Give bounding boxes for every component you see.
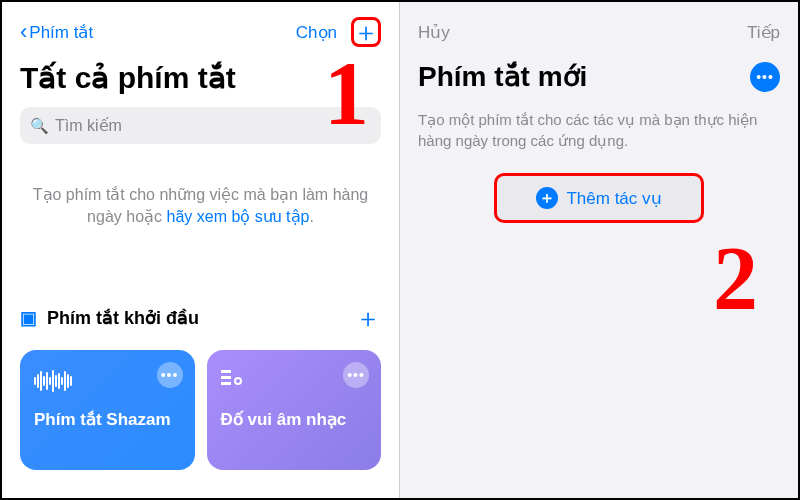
chevron-left-icon: ‹ bbox=[20, 19, 27, 45]
back-button[interactable]: ‹ Phím tắt bbox=[20, 19, 93, 45]
back-label: Phím tắt bbox=[29, 22, 93, 43]
search-icon: 🔍 bbox=[30, 117, 49, 135]
collection-title: Phím tắt khởi đầu bbox=[47, 307, 199, 329]
gallery-link[interactable]: hãy xem bộ sưu tập bbox=[166, 208, 309, 225]
next-button[interactable]: Tiếp bbox=[747, 22, 780, 43]
shortcut-cards: ••• Phím tắt Shazam ••• Đố vui âm nhạc bbox=[20, 350, 381, 470]
hint-suffix: . bbox=[309, 208, 313, 225]
nav-bar: Hủy Tiếp bbox=[418, 12, 780, 52]
more-options-button[interactable]: ••• bbox=[750, 62, 780, 92]
annotation-step-2: 2 bbox=[713, 227, 758, 330]
shortcut-card-shazam[interactable]: ••• Phím tắt Shazam bbox=[20, 350, 195, 470]
card-label: Phím tắt Shazam bbox=[34, 410, 181, 430]
plus-circle-icon: ＋ bbox=[536, 187, 558, 209]
new-shortcut-screen: Hủy Tiếp Phím tắt mới ••• Tạo một phím t… bbox=[400, 2, 798, 498]
collection-title-group[interactable]: ▣ Phím tắt khởi đầu bbox=[20, 307, 199, 329]
add-action-button[interactable]: ＋ Thêm tác vụ bbox=[494, 173, 704, 223]
select-button[interactable]: Chọn bbox=[296, 22, 337, 43]
collection-add-button[interactable]: ＋ bbox=[355, 301, 381, 336]
search-placeholder: Tìm kiếm bbox=[55, 116, 122, 135]
shortcuts-list-screen: ‹ Phím tắt Chọn ＋ Tất cả phím tắt 🔍 Tìm … bbox=[2, 2, 400, 498]
search-input[interactable]: 🔍 Tìm kiếm bbox=[20, 107, 381, 144]
nav-bar: ‹ Phím tắt Chọn ＋ bbox=[20, 12, 381, 52]
page-title: Phím tắt mới bbox=[418, 60, 587, 93]
cancel-button[interactable]: Hủy bbox=[418, 22, 450, 43]
folder-icon: ▣ bbox=[20, 307, 37, 329]
plus-icon: ＋ bbox=[353, 15, 379, 50]
description-text: Tạo một phím tắt cho các tác vụ mà bạn t… bbox=[418, 109, 780, 151]
card-more-button[interactable]: ••• bbox=[343, 362, 369, 388]
page-title: Tất cả phím tắt bbox=[20, 60, 381, 95]
add-action-label: Thêm tác vụ bbox=[566, 188, 661, 209]
title-row: Phím tắt mới ••• bbox=[418, 60, 780, 93]
add-shortcut-button[interactable]: ＋ bbox=[351, 17, 381, 47]
ellipsis-icon: ••• bbox=[756, 69, 774, 85]
card-label: Đố vui âm nhạc bbox=[221, 410, 368, 430]
shortcut-card-music-quiz[interactable]: ••• Đố vui âm nhạc bbox=[207, 350, 382, 470]
nav-actions: Chọn ＋ bbox=[296, 17, 381, 47]
card-more-button[interactable]: ••• bbox=[157, 362, 183, 388]
empty-hint: Tạo phím tắt cho những việc mà bạn làm h… bbox=[20, 184, 381, 229]
collection-header: ▣ Phím tắt khởi đầu ＋ bbox=[20, 301, 381, 336]
